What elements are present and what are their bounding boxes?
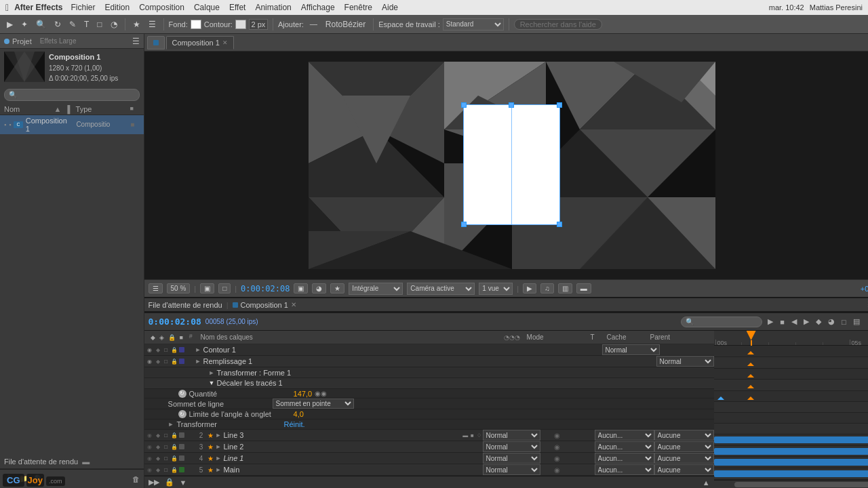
tl-menu-btn[interactable]: ☰ [866,299,868,310]
layer-collapse[interactable]: ▼ [178,477,189,488]
comp-timeline-tab[interactable]: Composition 1 ✕ [233,301,296,309]
menu-animation[interactable]: Animation [251,3,295,12]
expand-transformer-prop[interactable]: ► [168,421,174,428]
tl-stop-btn[interactable]: ■ [778,317,786,327]
vis-btn-line1[interactable]: ◉ [146,455,153,462]
handle-br[interactable] [557,222,562,227]
solo-btn-line1[interactable]: □ [163,455,170,462]
roto-btn[interactable]: RotoBézier [323,18,368,30]
parent-select-line1[interactable]: Aucun... [595,453,654,464]
lock-btn-line1[interactable]: 🔒 [171,455,178,462]
tool-star[interactable]: ★ [130,18,143,30]
solo-btn-contour1[interactable]: □ [163,346,170,353]
tool-align[interactable]: ☰ [146,18,159,30]
vis-btn-line3[interactable]: ◉ [146,432,153,439]
solo-btn-main[interactable]: □ [163,466,170,473]
parent-select-line2[interactable]: Aucun... [595,441,654,452]
expand-contour1[interactable]: ► [195,346,201,353]
project-search-input[interactable] [17,91,135,98]
layer-graph-btn[interactable]: ▲ [701,477,711,488]
tl-graph-btn[interactable]: ▲ [865,317,868,327]
tool-shape[interactable]: □ [94,18,104,30]
audio-btn-line3[interactable]: ◆ [155,432,161,439]
lock-btn-remplissage1[interactable]: 🔒 [171,358,178,365]
new-layer-btn[interactable]: ▶▶ [147,476,161,488]
parent2-select-line2[interactable]: Aucune [654,441,714,452]
viewer-3d-btn[interactable]: ★ [330,283,344,293]
solo-btn-remplissage1[interactable]: □ [163,358,170,365]
tl-draft-btn[interactable]: ▤ [852,316,861,327]
tool-select[interactable]: ▶ [4,18,16,30]
expand-line2[interactable]: ► [216,443,222,450]
audio-btn-contour1[interactable]: ◆ [155,346,161,353]
expand-remplissage1[interactable]: ► [195,358,201,365]
tl-lock-col[interactable]: 🔒 [167,333,177,342]
scrollbar-thumb[interactable] [734,482,868,487]
limite-value[interactable]: 4,0 [294,410,304,418]
solo-btn-line2[interactable]: □ [163,443,170,450]
expand-transformer1[interactable]: ► [209,369,215,376]
menu-effet[interactable]: Effet [225,3,250,12]
help-search[interactable] [514,19,602,30]
audio-btn-line2[interactable]: ◆ [155,443,161,450]
tl-motion-blur-btn[interactable]: ◕ [827,316,836,327]
render-queue-label[interactable]: File d'attente de rendu [4,458,78,466]
camera-select[interactable]: Caméra active [407,283,475,295]
menu-fichier[interactable]: Fichier [66,3,99,12]
tl-prev-btn[interactable]: ◀ [790,316,798,327]
quality-select[interactable]: Intégrale [349,283,403,295]
audio-btn-main[interactable]: ◆ [155,466,161,473]
sw2-line3[interactable]: ■ [469,432,475,439]
parent-select-line3[interactable]: Aucun... [595,430,654,441]
vis-btn-contour1[interactable]: ◉ [146,346,153,353]
tool-zoom[interactable]: 🔍 [33,18,49,30]
parent2-select-line3[interactable]: Aucune [654,430,714,441]
tool-text[interactable]: T [81,18,92,30]
sw1-line3[interactable]: ▬ [462,432,469,439]
vis-btn-line2[interactable]: ◉ [146,443,153,450]
mode-select-remplissage1[interactable]: Normal [656,356,714,367]
reinit-btn[interactable]: Réinit. [283,420,304,428]
tl-label-col[interactable]: ■ [178,333,184,342]
vis-btn-remplissage1[interactable]: ◉ [146,358,153,365]
fond-color[interactable] [191,20,201,29]
menu-aide[interactable]: Aide [378,3,402,12]
audio-btn-remplissage1[interactable]: ◆ [155,358,161,365]
lock-btn-line2[interactable]: 🔒 [171,443,178,450]
viewer-export-btn[interactable]: ▶ [523,283,536,293]
mode-main[interactable]: Normal [483,464,540,475]
composition-tab[interactable]: Composition 1 ✕ [166,36,234,49]
tl-next-btn[interactable]: ▶ [802,316,810,327]
sw3-line3[interactable]: ♢ [476,432,482,439]
quantite-value[interactable]: 147,0 [294,390,313,398]
timeline-scrollbar[interactable] [714,480,868,488]
comp-tab-close[interactable]: ✕ [222,39,228,46]
expand-main[interactable]: ► [216,466,222,473]
vis-btn-main[interactable]: ◉ [146,466,153,473]
menu-edition[interactable]: Edition [101,3,134,12]
contour-color[interactable] [235,20,246,29]
parent-select-main[interactable]: Aucun... [595,464,654,475]
layer-lock-all[interactable]: 🔒 [163,476,176,488]
handle-tr[interactable] [557,102,562,108]
timeline-search-input[interactable] [681,317,762,327]
tl-frame-blend-btn[interactable]: □ [840,317,848,327]
solo-btn-line3[interactable]: □ [163,432,170,439]
view-select[interactable]: 1 vue [479,283,513,295]
menu-fenetre[interactable]: Fenêtre [340,3,376,12]
lock-btn-main[interactable]: 🔒 [171,466,178,473]
tool-pen[interactable]: ✎ [66,18,79,30]
tl-marker-btn[interactable]: ◆ [814,316,823,327]
menu-calque[interactable]: Calque [190,3,224,12]
menu-composition[interactable]: Composition [135,3,189,12]
contour-size[interactable] [249,19,268,30]
viewer-zoom-btn[interactable]: 50 % [167,283,191,293]
parent2-select-main[interactable]: Aucune [654,464,714,475]
workspace-select[interactable]: Standard [443,18,504,30]
ajouter-btn[interactable]: ⸻ [307,18,320,30]
lock-btn-contour1[interactable]: 🔒 [171,346,178,353]
mode-line1[interactable]: Normal [483,453,540,464]
mode-line3[interactable]: Normal [483,430,540,441]
comp-timeline-close[interactable]: ✕ [291,301,296,308]
mode-line2[interactable]: Normal [483,441,540,452]
